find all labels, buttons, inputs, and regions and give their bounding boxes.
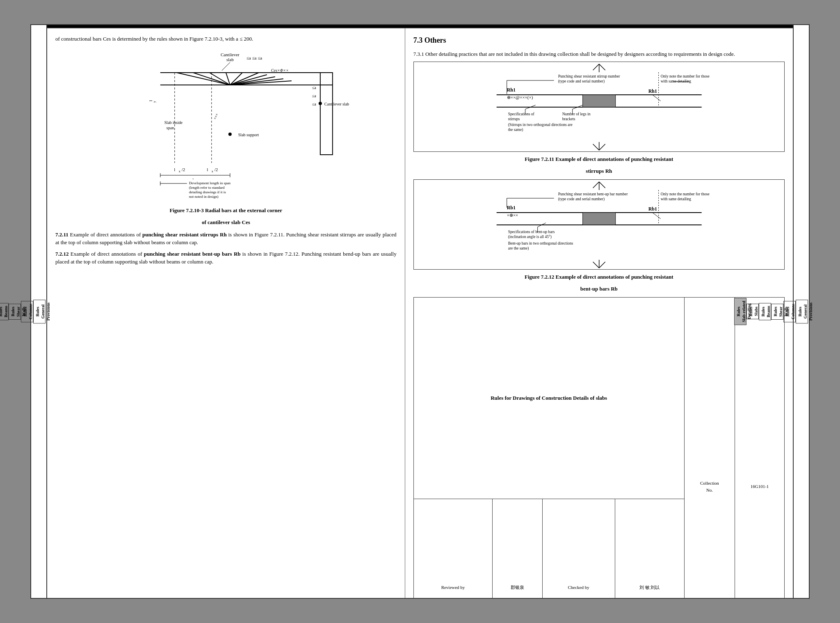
svg-line-51 xyxy=(593,64,599,70)
svg-line-25 xyxy=(177,73,230,85)
svg-line-60 xyxy=(652,95,660,101)
svg-line-82 xyxy=(593,182,599,188)
svg-text:Rh1: Rh1 xyxy=(648,88,657,94)
svg-text:×⊕××: ×⊕×× xyxy=(507,213,518,218)
left-tab-shearwalls[interactable]: RulesShearWalls xyxy=(9,304,21,320)
section-731-text: 7.3.1 Other detailing practices that are… xyxy=(413,50,785,58)
svg-text:≤a  ≤a  ≤a: ≤a ≤a ≤a xyxy=(247,55,262,60)
svg-text:l: l xyxy=(174,167,175,172)
svg-point-41 xyxy=(228,133,232,136)
svg-text:/2: /2 xyxy=(182,167,185,172)
right-side-tabs: RulesGeneralProvisions RulesColumns Rule… xyxy=(793,25,809,598)
figure-7212-diagram: Rb1 ×⊕×× Rb1 xyxy=(413,179,785,270)
svg-text:with same detailing: with same detailing xyxy=(660,197,691,201)
table-reviewed-label: Reviewed by xyxy=(413,499,493,598)
svg-text:Slab support: Slab support xyxy=(238,133,259,137)
table-checked-label: Checked by xyxy=(542,499,615,598)
svg-text:Rh1: Rh1 xyxy=(507,87,515,93)
svg-line-106 xyxy=(599,262,605,268)
svg-text:Punching shear resistant bent-: Punching shear resistant bent-up bar num… xyxy=(558,192,628,196)
svg-text:slab: slab xyxy=(226,57,234,62)
content-panels: of constructional bars Ces is determined… xyxy=(47,27,793,598)
svg-line-80 xyxy=(599,144,605,150)
table-reviewed-value: 郡银泉 xyxy=(493,499,542,598)
svg-text:Rb1: Rb1 xyxy=(648,206,657,212)
figure-7211-caption-1: Figure 7.2.11 Example of direct annotati… xyxy=(413,155,785,163)
svg-text:not noted in design): not noted in design) xyxy=(189,195,219,199)
svg-text:/2: /2 xyxy=(215,167,218,172)
svg-text:detailing drawings if it is: detailing drawings if it is xyxy=(189,190,226,194)
figure-7211-diagram: Rh1 ⊕××@×××(×) Rh1 xyxy=(413,62,785,152)
section-7212-text: 7.2.12 Example of direct annotations of … xyxy=(55,250,397,266)
svg-text:(length refer to standard: (length refer to standard xyxy=(189,186,225,190)
svg-text:Only note the number for those: Only note the number for those xyxy=(660,74,709,78)
svg-text:l: l xyxy=(207,167,208,172)
svg-text:(inclination angle is all 45°): (inclination angle is all 45°) xyxy=(508,235,551,239)
svg-text:(type code and serial number): (type code and serial number) xyxy=(558,79,604,84)
figure-7210-3-caption-1: Figure 7.2.10-3 Radial bars at the exter… xyxy=(55,206,397,215)
main-content: of constructional bars Ces is determined… xyxy=(47,25,793,598)
table-collection-no: 16G101-1 xyxy=(735,297,785,598)
svg-line-91 xyxy=(652,213,660,219)
svg-text:(type code and serial number): (type code and serial number) xyxy=(558,197,604,202)
svg-text:≤a: ≤a xyxy=(312,102,316,106)
table-collection-label: CollectionNo. xyxy=(684,297,735,598)
svg-line-105 xyxy=(593,262,599,268)
svg-line-52 xyxy=(599,64,605,70)
cantilever-diagram-container: Cantilever slab ≤a ≤a ≤a xyxy=(55,48,397,204)
svg-text:x: x xyxy=(179,169,180,173)
svg-text:×××: ××× xyxy=(213,112,219,120)
left-panel: of constructional bars Ces is determined… xyxy=(47,28,405,598)
svg-text:Only note the number for those: Only note the number for those xyxy=(660,192,709,196)
svg-line-83 xyxy=(599,182,605,188)
table-main-title: Rules for Drawings of Construction Detai… xyxy=(413,297,684,499)
svg-text:Rb1: Rb1 xyxy=(507,205,515,211)
right-tab-shearwalls[interactable]: RulesShearWalls xyxy=(771,304,783,320)
svg-text:Ces×Φ××: Ces×Φ×× xyxy=(271,68,289,73)
svg-text:Cantilever slab: Cantilever slab xyxy=(324,102,349,106)
cantilever-svg: Cantilever slab ≤a ≤a ≤a xyxy=(55,48,397,204)
svg-text:Number of legs in: Number of legs in xyxy=(562,112,590,116)
figure-7210-3-caption-2: of cantilever slab Ces xyxy=(55,218,397,227)
svg-text:Specifications of: Specifications of xyxy=(508,112,534,116)
svg-text:Slab inside: Slab inside xyxy=(164,120,183,125)
svg-text:with same detailing: with same detailing xyxy=(660,79,691,83)
svg-rect-56 xyxy=(582,95,615,107)
svg-line-79 xyxy=(593,144,599,150)
svg-text:stirrups: stirrups xyxy=(508,117,520,121)
table-checked-value: 刘 敏 刘以 xyxy=(615,499,684,598)
svg-text:Cantilever: Cantilever xyxy=(221,52,240,57)
figure-7212-caption-2: bent-up bars Rb xyxy=(413,285,785,293)
page-container: RulesGeneralProvisions RulesColumns Rule… xyxy=(30,24,810,599)
svg-text:the same): the same) xyxy=(508,128,523,132)
svg-line-3 xyxy=(222,62,230,71)
svg-point-43 xyxy=(319,102,322,105)
left-side-tabs: RulesGeneralProvisions RulesColumns Rule… xyxy=(31,25,47,598)
right-tab-beams[interactable]: RulesBeams xyxy=(759,303,771,320)
section-73-heading: 7.3 Others xyxy=(413,35,785,46)
svg-text:≤a: ≤a xyxy=(312,94,316,98)
svg-text:brackets: brackets xyxy=(562,117,575,121)
svg-text:⊕××@×××(×): ⊕××@×××(×) xyxy=(507,95,533,100)
svg-text:(Stirrups in two orthogonal di: (Stirrups in two orthogonal directions a… xyxy=(508,123,572,127)
figure-7212-svg: Rb1 ×⊕×× Rb1 xyxy=(414,180,784,270)
figure-7211-caption-2: stirrups Rh xyxy=(413,167,785,175)
svg-text:are the same): are the same) xyxy=(508,246,529,251)
svg-text:x: x xyxy=(212,169,213,173)
figure-7212-caption-1: Figure 7.2.12 Example of direct annotati… xyxy=(413,273,785,281)
section-7211-text: 7.2.11 Example of direct annotations of … xyxy=(55,231,397,247)
svg-text:y: y xyxy=(153,101,156,103)
svg-text:Punching shear resistant stirr: Punching shear resistant stirrup number xyxy=(558,74,620,78)
svg-text:Specifications of bent-up bars: Specifications of bent-up bars xyxy=(508,230,555,234)
left-tab-general[interactable]: RulesGeneralProvisions xyxy=(33,300,46,323)
svg-text:Bent-up bars in two orthogonal: Bent-up bars in two orthogonal direction… xyxy=(508,241,573,245)
figure-7211-svg: Rh1 ⊕××@×××(×) Rh1 xyxy=(414,62,784,152)
title-table: Rules for Drawings of Construction Detai… xyxy=(413,297,785,598)
svg-rect-87 xyxy=(582,213,615,225)
right-tab-slab-detailing[interactable]: RulesSlab-relatedDetailing xyxy=(734,298,746,325)
left-intro-text: of constructional bars Ces is determined… xyxy=(55,35,397,43)
svg-text:Development length in span: Development length in span xyxy=(189,181,231,185)
left-tab-beams[interactable]: RulesBeams xyxy=(0,303,9,320)
svg-text:span: span xyxy=(167,126,174,130)
right-tab-general[interactable]: RulesGeneralProvisions xyxy=(796,300,808,323)
